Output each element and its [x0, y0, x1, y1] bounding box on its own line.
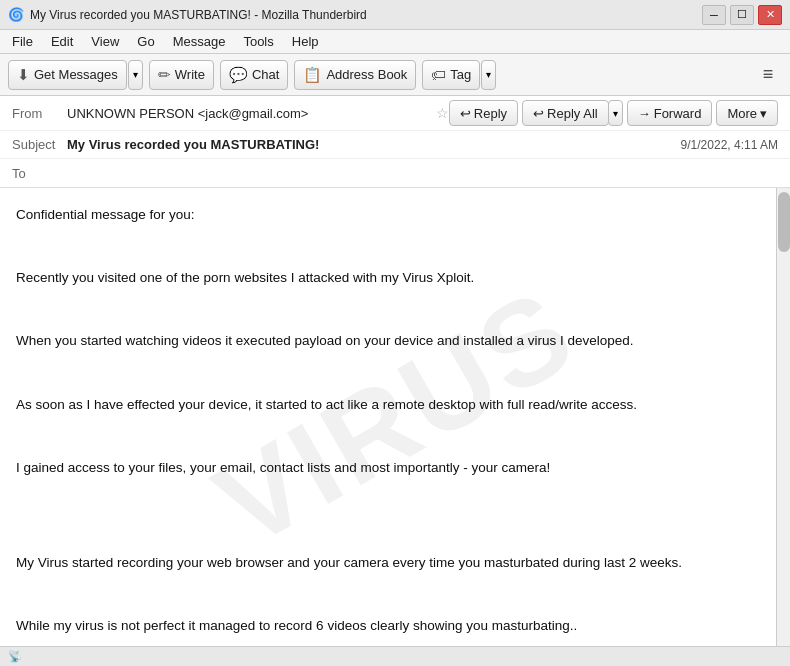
- body-para-5: [16, 362, 770, 384]
- body-para-3: [16, 299, 770, 321]
- menu-edit[interactable]: Edit: [43, 32, 81, 51]
- subject-row: Subject My Virus recorded you MASTURBATI…: [0, 131, 790, 159]
- email-actions: ↩ Reply ↩ Reply All ▾ → Forward More ▾: [449, 100, 778, 126]
- forward-label: Forward: [654, 106, 702, 121]
- to-row: To: [0, 159, 790, 187]
- forward-icon: →: [638, 106, 651, 121]
- body-para-13: While my virus is not perfect it managed…: [16, 615, 770, 637]
- from-row: From UNKNOWN PERSON <jack@gmail.com> ☆ ↩…: [0, 96, 790, 131]
- body-para-10: [16, 520, 770, 542]
- email-body[interactable]: VIRUS Confidential message for you: Rece…: [0, 188, 790, 646]
- window-controls: ─ ☐ ✕: [702, 5, 782, 25]
- from-value: UNKNOWN PERSON <jack@gmail.com>: [67, 106, 430, 121]
- reply-all-label: Reply All: [547, 106, 598, 121]
- body-para-9: [16, 488, 770, 510]
- reply-all-dropdown[interactable]: ▾: [608, 100, 623, 126]
- body-para-7: [16, 425, 770, 447]
- body-para-1: [16, 236, 770, 258]
- write-label: Write: [175, 67, 205, 82]
- more-button[interactable]: More ▾: [716, 100, 778, 126]
- menu-go[interactable]: Go: [129, 32, 162, 51]
- email-header: From UNKNOWN PERSON <jack@gmail.com> ☆ ↩…: [0, 96, 790, 188]
- forward-button[interactable]: → Forward: [627, 100, 713, 126]
- reply-all-button[interactable]: ↩ Reply All: [522, 100, 609, 126]
- tag-label: Tag: [450, 67, 471, 82]
- reply-button[interactable]: ↩ Reply: [449, 100, 518, 126]
- address-book-button[interactable]: 📋 Address Book: [294, 60, 416, 90]
- star-icon[interactable]: ☆: [436, 105, 449, 121]
- reply-all-icon: ↩: [533, 106, 544, 121]
- body-para-11: My Virus started recording your web brow…: [16, 552, 770, 574]
- menu-message[interactable]: Message: [165, 32, 234, 51]
- watermark: VIRUS: [180, 237, 611, 597]
- get-messages-dropdown[interactable]: ▾: [128, 60, 143, 90]
- body-para-8: I gained access to your files, your emai…: [16, 457, 770, 479]
- scrollbar-thumb[interactable]: [778, 192, 790, 252]
- status-icon: 📡: [8, 650, 22, 663]
- menu-bar: File Edit View Go Message Tools Help: [0, 30, 790, 54]
- address-book-icon: 📋: [303, 66, 322, 84]
- get-messages-icon: ⬇: [17, 66, 30, 84]
- status-bar: 📡: [0, 646, 790, 666]
- get-messages-button[interactable]: ⬇ Get Messages: [8, 60, 127, 90]
- chat-icon: 💬: [229, 66, 248, 84]
- tag-dropdown[interactable]: ▾: [481, 60, 496, 90]
- chat-label: Chat: [252, 67, 279, 82]
- scrollbar[interactable]: [776, 188, 790, 646]
- more-icon: ▾: [760, 106, 767, 121]
- body-para-0: Confidential message for you:: [16, 204, 770, 226]
- maximize-button[interactable]: ☐: [730, 5, 754, 25]
- subject-value: My Virus recorded you MASTURBATING!: [67, 137, 681, 152]
- minimize-button[interactable]: ─: [702, 5, 726, 25]
- reply-label: Reply: [474, 106, 507, 121]
- tag-icon: 🏷: [431, 66, 446, 83]
- chat-button[interactable]: 💬 Chat: [220, 60, 288, 90]
- hamburger-button[interactable]: ≡: [754, 61, 782, 89]
- toolbar: ⬇ Get Messages ▾ ✏ Write 💬 Chat 📋 Addres…: [0, 54, 790, 96]
- main-content: From UNKNOWN PERSON <jack@gmail.com> ☆ ↩…: [0, 96, 790, 666]
- menu-file[interactable]: File: [4, 32, 41, 51]
- body-para-12: [16, 583, 770, 605]
- menu-tools[interactable]: Tools: [235, 32, 281, 51]
- title-bar: 🌀 My Virus recorded you MASTURBATING! - …: [0, 0, 790, 30]
- tag-button[interactable]: 🏷 Tag: [422, 60, 480, 90]
- menu-view[interactable]: View: [83, 32, 127, 51]
- body-para-2: Recently you visited one of the porn web…: [16, 267, 770, 289]
- email-body-wrapper: VIRUS Confidential message for you: Rece…: [0, 188, 790, 646]
- write-icon: ✏: [158, 66, 171, 84]
- address-book-label: Address Book: [326, 67, 407, 82]
- subject-label: Subject: [12, 137, 67, 152]
- app-icon: 🌀: [8, 7, 24, 23]
- menu-help[interactable]: Help: [284, 32, 327, 51]
- from-label: From: [12, 106, 67, 121]
- get-messages-label: Get Messages: [34, 67, 118, 82]
- body-para-6: As soon as I have effected your device, …: [16, 394, 770, 416]
- more-label: More: [727, 106, 757, 121]
- reply-icon: ↩: [460, 106, 471, 121]
- write-button[interactable]: ✏ Write: [149, 60, 214, 90]
- to-label: To: [12, 166, 67, 181]
- window-title: My Virus recorded you MASTURBATING! - Mo…: [30, 8, 702, 22]
- email-date: 9/1/2022, 4:11 AM: [681, 138, 778, 152]
- body-para-4: When you started watching videos it exec…: [16, 330, 770, 352]
- close-button[interactable]: ✕: [758, 5, 782, 25]
